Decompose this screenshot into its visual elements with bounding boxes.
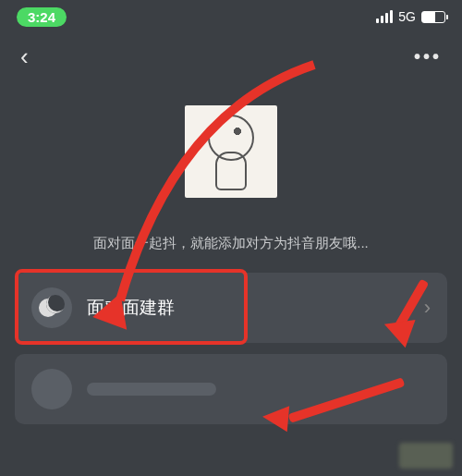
status-right: 5G [376,9,445,24]
nav-bar: ‹ ••• [0,33,462,79]
battery-icon [421,11,445,23]
status-time: 3:24 [17,7,67,27]
hero-section: 面对面一起抖，就能添加对方为抖音朋友哦... [0,105,462,252]
sketch-icon [199,115,263,189]
network-label: 5G [398,9,416,24]
back-button[interactable]: ‹ [20,43,29,71]
placeholder-text [87,383,216,396]
chevron-right-icon: › [424,296,431,320]
annotation-arrow-3-head [261,404,289,432]
more-button[interactable]: ••• [414,46,442,67]
option-list: 面对面建群 › [0,273,462,424]
face-to-face-icon [31,287,72,328]
hero-subtitle: 面对面一起抖，就能添加对方为抖音朋友哦... [75,235,387,252]
annotation-arrow-1-head [90,293,127,335]
signal-icon [376,10,393,23]
status-bar: 3:24 5G [0,0,462,33]
watermark-blur [399,443,453,469]
hero-avatar [185,105,277,198]
placeholder-avatar-icon [31,369,72,409]
